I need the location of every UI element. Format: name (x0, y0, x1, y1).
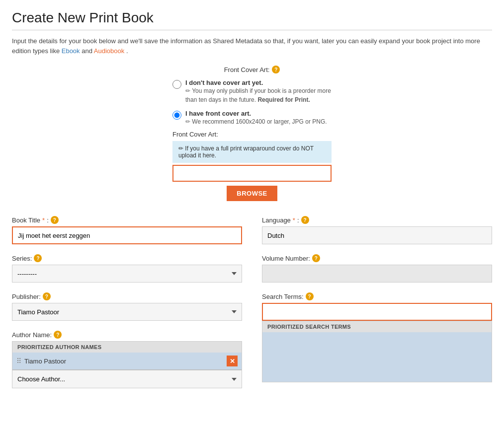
front-cover-art-label: Front Cover Art: (172, 131, 332, 138)
no-cover-radio[interactable] (172, 80, 181, 89)
ebook-link[interactable]: Ebook (62, 47, 80, 55)
front-cover-art-field: Front Cover Art: ✏ If you have a full pr… (172, 131, 332, 201)
choose-author-select[interactable]: Choose Author... (12, 370, 242, 388)
page-title: Create New Print Book (12, 10, 492, 30)
publisher-help-icon[interactable]: ? (43, 292, 51, 300)
publisher-select[interactable]: Tiamo Pastoor (12, 303, 242, 321)
browse-button[interactable]: BROWSE (227, 186, 277, 201)
prioritized-author-header: PRIORITIZED AUTHOR NAMES (12, 342, 242, 353)
cover-art-help-icon[interactable]: ? (272, 66, 280, 73)
left-column: Book Title*: ? Series: ? --------- Publi… (12, 216, 242, 398)
publisher-label: Publisher: ? (12, 292, 242, 300)
series-group: Series: ? --------- (12, 254, 242, 283)
have-cover-text: I have front cover art. ✏ We recommend 1… (185, 109, 327, 126)
series-select[interactable]: --------- (12, 265, 242, 283)
language-group: Language*: ? Dutch (262, 216, 492, 244)
language-select[interactable]: Dutch (262, 226, 492, 244)
publisher-group: Publisher: ? Tiamo Pastoor (12, 292, 242, 321)
author-name-help-icon[interactable]: ? (54, 331, 62, 339)
language-help-icon[interactable]: ? (301, 216, 309, 224)
cover-art-section: Front Cover Art: ? I don't have cover ar… (12, 66, 492, 201)
author-name-label: Author Name: ? (12, 331, 242, 339)
book-title-input[interactable] (12, 226, 242, 244)
prioritized-author-box: PRIORITIZED AUTHOR NAMES ⠿ Tiamo Pastoor… (12, 341, 242, 388)
intro-text: Input the details for your book below an… (12, 36, 492, 56)
remove-author-button[interactable]: ✕ (227, 356, 238, 366)
have-cover-radio[interactable] (172, 111, 181, 120)
drag-handle-icon[interactable]: ⠿ (16, 357, 21, 365)
cover-art-label: Front Cover Art: ? (224, 66, 280, 73)
book-title-label: Book Title*: ? (12, 216, 242, 224)
volume-number-help-icon[interactable]: ? (312, 254, 320, 262)
series-help-icon[interactable]: ? (34, 254, 42, 262)
book-title-help-icon[interactable]: ? (51, 216, 59, 224)
no-cover-text: I don't have cover art yet. ✏ You may on… (185, 78, 332, 104)
search-terms-body (262, 332, 492, 382)
volume-number-group: Volume Number: ? (262, 254, 492, 283)
search-terms-label: Search Terms: ? (262, 292, 492, 300)
prioritized-search-box: PRIORITIZED SEARCH TERMS (262, 321, 492, 382)
cover-info-box: ✏ If you have a full print wraparound co… (172, 141, 332, 163)
volume-number-input[interactable] (262, 265, 492, 283)
audiobook-link[interactable]: Audiobook (94, 47, 124, 55)
search-terms-help-icon[interactable]: ? (306, 292, 314, 300)
author-name-group: Author Name: ? PRIORITIZED AUTHOR NAMES … (12, 331, 242, 388)
form-grid: Book Title*: ? Series: ? --------- Publi… (12, 216, 492, 398)
series-label: Series: ? (12, 254, 242, 262)
search-terms-group: Search Terms: ? PRIORITIZED SEARCH TERMS (262, 292, 492, 382)
language-label: Language*: ? (262, 216, 492, 224)
cover-file-input[interactable] (172, 165, 332, 182)
search-terms-input[interactable] (262, 303, 492, 321)
volume-number-label: Volume Number: ? (262, 254, 492, 262)
author-tag-name: Tiamo Pastoor (24, 358, 227, 365)
author-tag: ⠿ Tiamo Pastoor ✕ (12, 353, 242, 370)
no-cover-option: I don't have cover art yet. ✏ You may on… (172, 78, 332, 104)
book-title-group: Book Title*: ? (12, 216, 242, 244)
prioritized-search-header: PRIORITIZED SEARCH TERMS (262, 321, 492, 332)
have-cover-option: I have front cover art. ✏ We recommend 1… (172, 109, 332, 126)
right-column: Language*: ? Dutch Volume Number: ? Sear… (262, 216, 492, 398)
